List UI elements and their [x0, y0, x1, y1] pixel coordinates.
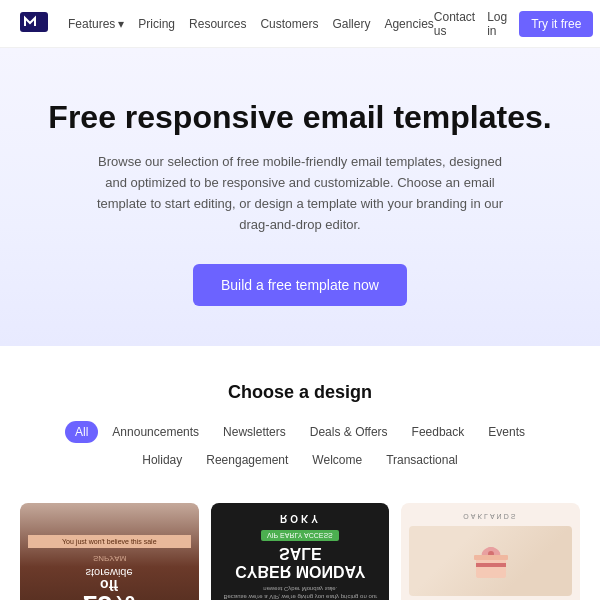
nav-gallery[interactable]: Gallery — [332, 17, 370, 31]
hero-section: Free responsive email templates. Browse … — [0, 48, 600, 346]
nav-features[interactable]: Features ▾ — [68, 17, 124, 31]
tag-announcements[interactable]: Announcements — [102, 421, 209, 443]
tag-holiday[interactable]: Holiday — [132, 449, 192, 471]
template-card-2[interactable]: ROKY VIP EARLY ACCESS CYBER MONDAY SALE … — [211, 503, 390, 600]
tag-events[interactable]: Events — [478, 421, 535, 443]
card2-body: Because we're a VIP, we're giving you ea… — [219, 584, 382, 600]
card1-banner: You just won't believe this sale — [28, 535, 191, 548]
card2-badge: VIP EARLY ACCESS — [261, 530, 339, 541]
nav-pricing[interactable]: Pricing — [138, 17, 175, 31]
tag-reengagement[interactable]: Reengagement — [196, 449, 298, 471]
card1-sale: 25% off storewide — [83, 567, 135, 600]
choose-section: Choose a design All Announcements Newsle… — [0, 346, 600, 487]
nav-customers[interactable]: Customers — [260, 17, 318, 31]
card3-image — [409, 526, 572, 596]
tag-deals-offers[interactable]: Deals & Offers — [300, 421, 398, 443]
tag-newsletters[interactable]: Newsletters — [213, 421, 296, 443]
filter-tags: All Announcements Newsletters Deals & Of… — [40, 421, 560, 471]
navbar: Features ▾ Pricing Resources Customers G… — [0, 0, 600, 48]
nav-contact[interactable]: Contact us — [434, 10, 475, 38]
nav-agencies[interactable]: Agencies — [384, 17, 433, 31]
svg-rect-7 — [474, 555, 508, 560]
svg-rect-5 — [476, 558, 506, 578]
hero-cta-button[interactable]: Build a free template now — [193, 264, 407, 306]
hero-description: Browse our selection of free mobile-frie… — [90, 152, 510, 235]
nav-resources[interactable]: Resources — [189, 17, 246, 31]
templates-grid: You just won't believe this sale SИРУAM … — [0, 487, 600, 600]
card2-logo: ROKY — [280, 513, 321, 524]
chevron-down-icon: ▾ — [118, 17, 124, 31]
tag-all[interactable]: All — [65, 421, 98, 443]
nav-login[interactable]: Log in — [487, 10, 507, 38]
card1-brand: SИРУAM — [93, 554, 126, 563]
card3-label: OAKLANDS — [409, 513, 572, 520]
tag-feedback[interactable]: Feedback — [402, 421, 475, 443]
card2-title: CYBER MONDAY SALE — [219, 545, 382, 580]
hero-title: Free responsive email templates. — [40, 98, 560, 136]
logo[interactable] — [20, 12, 68, 36]
template-card-3[interactable]: OAKLANDS There's still time to pick the — [401, 503, 580, 600]
choose-title: Choose a design — [20, 382, 580, 403]
nav-try-free-button[interactable]: Try it free — [519, 11, 593, 37]
svg-rect-6 — [476, 563, 506, 567]
tag-transactional[interactable]: Transactional — [376, 449, 468, 471]
gift-icon — [466, 536, 516, 586]
template-card-1[interactable]: You just won't believe this sale SИРУAM … — [20, 503, 199, 600]
tag-welcome[interactable]: Welcome — [302, 449, 372, 471]
